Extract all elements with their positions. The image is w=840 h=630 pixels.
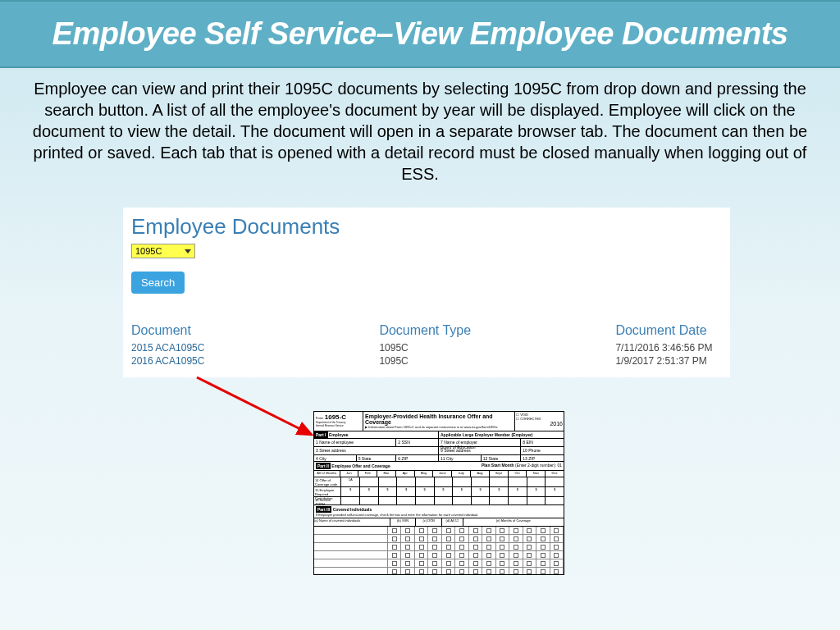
title-bar: Employee Self Service–View Employee Docu… (0, 0, 840, 68)
panel-heading: Employee Documents (131, 214, 722, 240)
search-button[interactable]: Search (131, 272, 185, 294)
document-link[interactable]: 2016 ACA1095C (131, 354, 379, 368)
col-header-document: Document (131, 323, 379, 341)
table-row: 2015 ACA1095C 1095C 7/11/2016 3:46:56 PM (131, 341, 722, 354)
svg-line-1 (197, 377, 312, 435)
col-header-type: Document Type (379, 323, 615, 341)
arrow-icon (193, 373, 324, 447)
document-type-cell: 1095C (379, 341, 615, 354)
document-date-cell: 7/11/2016 3:46:56 PM (615, 341, 722, 354)
document-link[interactable]: 2015 ACA1095C (131, 341, 379, 354)
caret-down-icon (185, 249, 191, 253)
dropdown-value: 1095C (135, 246, 162, 256)
form-1095c-preview: Form 1095-C Department of the TreasuryIn… (313, 411, 564, 575)
page-title: Employee Self Service–View Employee Docu… (8, 16, 832, 52)
document-type-cell: 1095C (379, 354, 615, 368)
document-date-cell: 1/9/2017 2:51:37 PM (615, 354, 722, 368)
employee-documents-panel: Employee Documents 1095C Search Document… (123, 208, 730, 377)
instruction-text: Employee can view and print their 1095C … (0, 68, 840, 189)
col-header-date: Document Date (615, 323, 722, 341)
table-row: 2016 ACA1095C 1095C 1/9/2017 2:51:37 PM (131, 354, 722, 368)
document-type-dropdown[interactable]: 1095C (131, 244, 195, 258)
documents-table: Document Document Type Document Date 201… (131, 323, 722, 368)
